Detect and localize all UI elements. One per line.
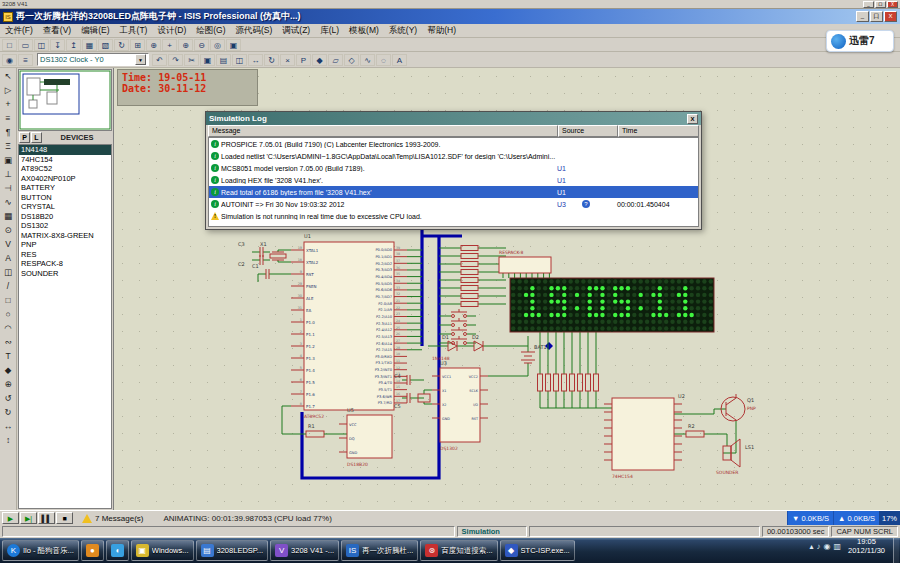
log-row[interactable]: iLoaded netlist 'C:\Users\ADMINI~1.8GC\A… xyxy=(209,150,698,162)
rotate-cw-icon[interactable]: ↻ xyxy=(1,406,15,419)
zoom-in-icon[interactable]: ⊕ xyxy=(178,39,193,51)
menu-item[interactable]: 工具(T) xyxy=(115,24,153,38)
graph-mode-icon[interactable]: ∿ xyxy=(1,196,15,209)
pause-button[interactable]: ▌▌ xyxy=(38,512,55,524)
taskbar-button-stcisp[interactable]: ◆STC-ISP.exe... xyxy=(500,540,575,561)
component-d2-diode[interactable]: D2 xyxy=(472,334,483,351)
menu-item[interactable]: 文件(F) xyxy=(0,24,38,38)
maximize-icon[interactable]: 口 xyxy=(870,11,883,22)
menu-item[interactable]: 调试(Z) xyxy=(277,24,315,38)
junction-dot-icon[interactable]: + xyxy=(1,98,15,111)
text-2d-icon[interactable]: T xyxy=(1,350,15,363)
generator-icon[interactable]: ⊙ xyxy=(1,224,15,237)
menu-item[interactable]: 系统(Y) xyxy=(384,24,422,38)
search-tag-icon[interactable]: ◌ xyxy=(376,54,391,66)
component-u5-temp-sensor[interactable]: U5 DS18B20 VCCDQGND xyxy=(339,407,392,467)
make-device-icon[interactable]: ◆ xyxy=(312,54,327,66)
wire-autorouter-icon[interactable]: ∿ xyxy=(360,54,375,66)
wire-label-icon[interactable]: ≡ xyxy=(1,112,15,125)
device-list-item[interactable]: MATRIX-8X8-GREEN xyxy=(19,231,111,241)
device-list-item[interactable]: 74HC154 xyxy=(19,155,111,165)
close-icon[interactable]: X xyxy=(884,11,897,22)
block-delete-icon[interactable]: × xyxy=(280,54,295,66)
grid-toggle-icon[interactable]: ⊞ xyxy=(130,39,145,51)
block-move-icon[interactable]: ↔ xyxy=(248,54,263,66)
selection-tool-icon[interactable]: ↖ xyxy=(1,70,15,83)
mirror-x-icon[interactable]: ↔ xyxy=(1,420,15,433)
led-matrix-display[interactable] xyxy=(510,278,714,332)
block-rotate-icon[interactable]: ↻ xyxy=(264,54,279,66)
device-list-item[interactable]: DS18B20 xyxy=(19,212,111,222)
component-u2-decoder[interactable]: U2 74HC154 xyxy=(604,393,685,479)
origin-icon[interactable]: ⊕ xyxy=(146,39,161,51)
tape-recorder-icon[interactable]: ▦ xyxy=(1,210,15,223)
device-pin-icon[interactable]: ⊣ xyxy=(1,182,15,195)
stop-button[interactable]: ■ xyxy=(56,512,73,524)
cut-icon[interactable]: ✂ xyxy=(184,54,199,66)
decompose-icon[interactable]: ◇ xyxy=(344,54,359,66)
menu-item[interactable]: 设计(D) xyxy=(152,24,191,38)
save-file-icon[interactable]: ◫ xyxy=(34,39,49,51)
tray-music-icon[interactable]: ♪ xyxy=(816,542,820,551)
taskbar-button-isis[interactable]: IS再一次折腾杜... xyxy=(341,540,418,561)
tray-network-icon[interactable]: ▥ xyxy=(833,542,841,551)
column-message[interactable]: Message xyxy=(208,125,558,137)
packaging-tool-icon[interactable]: ▱ xyxy=(328,54,343,66)
play-button[interactable]: ▶ xyxy=(2,512,19,524)
box-2d-icon[interactable]: □ xyxy=(1,294,15,307)
xunlei-badge[interactable]: 迅雷7 xyxy=(826,30,894,52)
zoom-out-icon[interactable]: ⊖ xyxy=(194,39,209,51)
property-assign-icon[interactable]: A xyxy=(392,54,407,66)
instant-edit-icon[interactable]: ◉ xyxy=(2,54,17,66)
device-list-item[interactable]: 1N4148 xyxy=(19,145,111,155)
zoom-area-icon[interactable]: ▣ xyxy=(226,39,241,51)
design-explorer-icon[interactable]: ≡ xyxy=(18,54,33,66)
device-list-item[interactable]: BATTERY xyxy=(19,183,111,193)
voltage-probe-icon[interactable]: V xyxy=(1,238,15,251)
virtual-instruments-icon[interactable]: ◫ xyxy=(1,266,15,279)
component-d1-diode[interactable]: D1 1N4148 xyxy=(432,334,457,361)
tray-up-arrow-icon[interactable]: ▴ xyxy=(809,542,813,551)
undo-icon[interactable]: ↶ xyxy=(152,54,167,66)
device-list[interactable]: 1N414874HC154AT89C52AX0402NP010PBATTERYB… xyxy=(18,144,112,509)
taskbar-button-3208v41[interactable]: V3208 V41 -... xyxy=(270,540,339,561)
taskbar-button-kugou[interactable]: KIlo - 酷狗音乐... xyxy=(2,540,79,561)
open-file-icon[interactable]: ▭ xyxy=(18,39,33,51)
line-2d-icon[interactable]: / xyxy=(1,280,15,293)
menu-item[interactable]: 源代码(S) xyxy=(231,24,278,38)
tray-clock[interactable]: 19:05 2012/11/30 xyxy=(844,538,889,555)
system-tray[interactable]: ▴♪◉▥ 19:05 2012/11/30 xyxy=(805,538,893,555)
taskbar-button-3208ledsp[interactable]: ▤3208LEDSP... xyxy=(196,540,269,561)
background-window-titlebar[interactable]: 3208 V41 _ 口 X xyxy=(0,0,900,9)
terminal-icon[interactable]: ⊥ xyxy=(1,168,15,181)
message-count[interactable]: 7 Message(s) xyxy=(95,514,143,523)
taskbar-button-player[interactable]: ● xyxy=(81,540,104,561)
component-u1-mcu[interactable]: U1 AT89C52 19XTAL118XTAL29RST29PSEN30ALE… xyxy=(291,233,407,419)
simulation-log-titlebar[interactable]: Simulation Log X xyxy=(206,112,701,125)
log-row[interactable]: iMCS8051 model version 7.05.00 (Build 71… xyxy=(209,162,698,174)
path-2d-icon[interactable]: ∾ xyxy=(1,336,15,349)
current-probe-icon[interactable]: A xyxy=(1,252,15,265)
menu-item[interactable]: 绘图(G) xyxy=(191,24,230,38)
component-rp1-respack[interactable]: RESPACK-8 xyxy=(499,250,551,273)
device-list-item[interactable]: BUTTON xyxy=(19,193,111,203)
bus-tool-icon[interactable]: Ξ xyxy=(1,140,15,153)
import-icon[interactable]: ↧ xyxy=(50,39,65,51)
column-source[interactable]: Source xyxy=(558,125,618,137)
log-row[interactable]: iRead total of 6186 bytes from file '320… xyxy=(209,186,698,198)
log-row[interactable]: !Simulation is not running in real time … xyxy=(209,210,698,222)
chevron-down-icon[interactable]: ▼ xyxy=(135,54,146,65)
pan-icon[interactable]: + xyxy=(162,39,177,51)
log-row[interactable]: iPROSPICE 7.05.01 (Build 7190) (C) Labce… xyxy=(209,138,698,150)
menu-item[interactable]: 库(L) xyxy=(315,24,344,38)
component-c1-capacitor[interactable]: C1 xyxy=(252,263,269,279)
rotate-ccw-icon[interactable]: ↺ xyxy=(1,392,15,405)
minimize-icon[interactable]: _ xyxy=(856,11,869,22)
component-bat1-battery[interactable]: BAT1 xyxy=(521,344,547,363)
help-icon[interactable]: ? xyxy=(582,200,590,208)
device-list-item[interactable]: CRYSTAL xyxy=(19,202,111,212)
show-desktop-button[interactable] xyxy=(893,538,899,563)
log-list[interactable]: iPROSPICE 7.05.01 (Build 7190) (C) Labce… xyxy=(208,137,699,227)
simulation-log-window[interactable]: Simulation Log X Message Source Time iPR… xyxy=(205,111,702,230)
mirror-y-icon[interactable]: ↕ xyxy=(1,434,15,447)
